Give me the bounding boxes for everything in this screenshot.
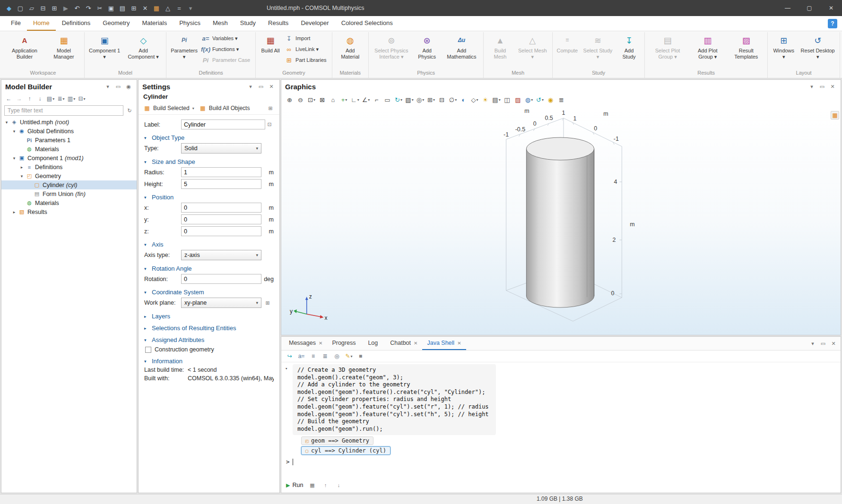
- view-xy-plane-icon[interactable]: ∟▾: [350, 95, 360, 104]
- menu-file[interactable]: File: [5, 16, 27, 31]
- redo-icon[interactable]: ↷: [83, 3, 94, 13]
- parameter-case-button[interactable]: PiParameter Case: [200, 55, 253, 65]
- show-options-icon[interactable]: ▤▾: [46, 94, 55, 103]
- add-plot-group-button[interactable]: ▥Add Plot Group ▾: [689, 33, 726, 61]
- build-all-quick-icon[interactable]: ▦: [151, 3, 162, 13]
- section-layers[interactable]: ▸Layers: [144, 313, 274, 320]
- tab-log[interactable]: Log: [363, 337, 385, 350]
- label-display-icon[interactable]: ▥▾: [67, 94, 76, 103]
- work-plane-select[interactable]: xy-plane▾: [181, 298, 261, 308]
- float-panel-icon[interactable]: ▭: [819, 339, 827, 348]
- expander-icon[interactable]: ▸: [18, 165, 25, 170]
- delete-icon[interactable]: ✕: [140, 3, 150, 13]
- move-down-icon[interactable]: ↓: [35, 94, 45, 103]
- select-plot-group-button[interactable]: ▤Select Plot Group ▾: [647, 33, 688, 61]
- transparency-icon[interactable]: ◐: [459, 95, 469, 104]
- cut-icon[interactable]: ✂: [95, 3, 105, 13]
- add-material-button[interactable]: ◍Add Material: [335, 33, 366, 61]
- model-tree-order-icon[interactable]: ≣▾: [56, 94, 66, 103]
- collapse-tree-icon[interactable]: ⊟▾: [77, 94, 87, 103]
- section-information[interactable]: ▾Information: [144, 358, 274, 365]
- selection-color-icon[interactable]: ▨: [513, 95, 523, 104]
- type-select[interactable]: Solid▾: [181, 143, 261, 154]
- compute-button[interactable]: =Compute: [555, 33, 580, 55]
- section-coordinate-system[interactable]: ▾Coordinate System: [144, 289, 274, 296]
- menu-results[interactable]: Results: [262, 16, 295, 31]
- tree-node-materials-global[interactable]: ◍ Materials: [1, 145, 137, 154]
- axis-type-select[interactable]: z-axis▾: [181, 250, 261, 260]
- close-tab-icon[interactable]: ✕: [457, 341, 461, 346]
- parameters-button[interactable]: PiParameters ▾: [169, 33, 200, 61]
- expander-icon[interactable]: ▾: [18, 174, 25, 179]
- snapshot-icon[interactable]: ◉: [546, 95, 556, 104]
- appearance-icon[interactable]: ▧▾: [405, 95, 414, 104]
- back-icon[interactable]: ←: [4, 94, 14, 103]
- shell-prompt-row[interactable]: >: [286, 458, 837, 465]
- variables-button[interactable]: a=Variables ▾: [200, 33, 253, 43]
- virtual-keyboard-icon[interactable]: ▦: [308, 481, 316, 489]
- panel-menu-icon[interactable]: ▾: [246, 82, 255, 91]
- tree-node-definitions[interactable]: ▸ ≡ Definitions: [1, 162, 137, 171]
- tree-node-component-1[interactable]: ▾ ▣ Component 1 (mod1): [1, 154, 137, 162]
- section-axis[interactable]: ▾Axis: [144, 241, 274, 248]
- tab-java-shell[interactable]: Java Shell ✕: [422, 337, 466, 350]
- zoom-out-icon[interactable]: ⊖: [296, 95, 305, 104]
- select-mesh-button[interactable]: △Select Mesh ▾: [515, 33, 550, 61]
- result-cyl[interactable]: ▢ cyl ==> Cylinder (cyl): [301, 446, 391, 455]
- zoom-extents-icon[interactable]: ⊡▾: [307, 95, 316, 104]
- construction-geometry-checkbox[interactable]: [145, 347, 151, 353]
- tree-node-root[interactable]: ▾ ◈ Untitled.mph (root): [1, 118, 137, 127]
- environment-icon[interactable]: ◍▾: [524, 95, 534, 104]
- create-selection-icon[interactable]: ⊡: [265, 120, 274, 129]
- add-study-button[interactable]: ↧Add Study: [616, 33, 642, 61]
- menu-study[interactable]: Study: [234, 16, 262, 31]
- menu-materials[interactable]: Materials: [136, 16, 173, 31]
- build-selected-button[interactable]: ▦ Build Selected ▾: [143, 104, 194, 112]
- filter-input[interactable]: [4, 105, 123, 116]
- run-button[interactable]: ▶ Run: [286, 482, 303, 488]
- select-physics-interface-button[interactable]: ⊚Select Physics Interface ▾: [371, 33, 412, 61]
- menu-colored-selections[interactable]: Colored Selections: [335, 16, 399, 31]
- height-input[interactable]: [181, 179, 261, 189]
- completions-icon[interactable]: a=: [297, 352, 306, 360]
- tab-chatbot[interactable]: Chatbot ✕: [385, 337, 422, 350]
- select-box-icon[interactable]: ⊞▾: [426, 95, 436, 104]
- previous-command-icon[interactable]: ↑: [321, 481, 330, 489]
- collapsed-side-panel-icon[interactable]: ▦: [831, 111, 839, 120]
- go-to-plane-icon[interactable]: ⊞: [263, 299, 272, 307]
- refresh-view-icon[interactable]: ↻▾: [394, 95, 403, 104]
- tree-node-results[interactable]: ▸ ▧ Results: [1, 207, 137, 216]
- tree-node-global-definitions[interactable]: ▾ ◉ Global Definitions: [1, 127, 137, 136]
- deselect-box-icon[interactable]: ⊟: [437, 95, 447, 104]
- code-block[interactable]: // Create a 3D geometrymodel.geom().crea…: [293, 364, 496, 435]
- go-to-default-view-icon[interactable]: ⌂: [329, 95, 338, 104]
- close-tab-icon[interactable]: ✕: [414, 341, 417, 346]
- panel-menu-icon[interactable]: ▾: [104, 82, 112, 91]
- refresh-icon[interactable]: ↻: [125, 106, 134, 115]
- float-panel-icon[interactable]: ▭: [257, 82, 265, 91]
- add-component-button[interactable]: ◇Add Component ▾: [123, 33, 164, 61]
- section-position[interactable]: ▾Position: [144, 194, 274, 201]
- save-file-icon[interactable]: ⊟: [38, 3, 48, 13]
- menu-mesh[interactable]: Mesh: [207, 16, 234, 31]
- compute-quick-icon[interactable]: =: [174, 3, 184, 13]
- view-zx-plane-icon[interactable]: ⌐: [372, 95, 382, 104]
- orientation-icon[interactable]: +▾: [339, 95, 349, 104]
- graphics-canvas[interactable]: m 1 0.5 0 -0.5 -1 m 1 0 -1 4 2 0: [281, 106, 841, 335]
- forward-icon[interactable]: →: [15, 94, 24, 103]
- section-object-type[interactable]: ▾Object Type: [144, 134, 274, 141]
- customize-toolbar-icon[interactable]: ▾: [185, 3, 196, 13]
- build-all-objects-button[interactable]: ▦ Build All Objects: [199, 104, 250, 112]
- section-rotation-angle[interactable]: ▾Rotation Angle: [144, 265, 274, 272]
- sort-history-icon[interactable]: ≣: [321, 352, 330, 360]
- close-panel-icon[interactable]: ✕: [828, 82, 837, 91]
- build-all-button[interactable]: ▦Build All: [258, 33, 283, 55]
- menu-developer[interactable]: Developer: [295, 16, 335, 31]
- split-view-icon[interactable]: ◫: [503, 95, 512, 104]
- tab-messages[interactable]: Messages ✕: [284, 337, 327, 350]
- sync-icon[interactable]: ↺▾: [535, 95, 545, 104]
- panel-menu-icon[interactable]: ▾: [808, 339, 817, 348]
- paste-icon[interactable]: ▤: [117, 3, 128, 13]
- menu-definitions[interactable]: Definitions: [56, 16, 97, 31]
- maximize-button[interactable]: ▢: [799, 0, 820, 16]
